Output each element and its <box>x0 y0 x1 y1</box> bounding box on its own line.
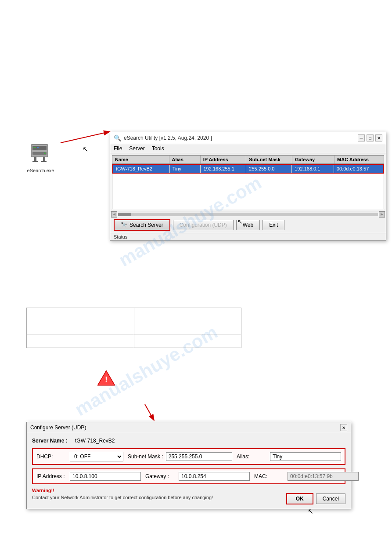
col-name: Name <box>112 156 169 163</box>
svg-rect-9 <box>32 161 38 162</box>
minimize-button[interactable]: ─ <box>358 134 365 141</box>
main-window: 🔍 eSearch Utility [v1.2.5, Aug.24, 2020 … <box>110 132 386 241</box>
dialog-close-button[interactable]: ✕ <box>340 424 347 431</box>
small-cell-1-2 <box>134 308 241 321</box>
warning-text: Contact your Network Administrator to ge… <box>32 495 213 500</box>
cell-subnet: 255.255.0.0 <box>246 165 292 173</box>
server-name-row: Server Name : tGW-718_RevB2 <box>32 438 345 444</box>
svg-rect-2 <box>32 146 47 150</box>
small-table-row-2 <box>27 321 241 334</box>
svg-rect-3 <box>33 147 36 148</box>
mouse-cursor-ok: ↖ <box>308 507 313 515</box>
svg-rect-4 <box>37 147 39 148</box>
gateway-group: Gateway : <box>145 472 250 481</box>
ip-group: IP Address : <box>36 472 141 481</box>
cell-name: tGW-718_RevB2 <box>113 165 170 173</box>
small-cell-2-2 <box>134 321 241 334</box>
window-title-icon: 🔍 <box>114 134 121 141</box>
table-header: Name Alias IP Address Sub-net Mask Gatew… <box>112 156 384 164</box>
window-controls: ─ □ ✕ <box>358 134 382 141</box>
window-toolbar: 🔭 Search Server Configuration (UDP) Web … <box>110 217 386 233</box>
small-table-row-1 <box>27 308 241 321</box>
configure-dialog: Configure Server (UDP) ✕ Server Name : t… <box>26 422 351 509</box>
cell-ip: 192.168.255.1 <box>201 165 246 173</box>
table-row[interactable]: tGW-718_RevB2 Tiny 192.168.255.1 255.255… <box>112 164 384 174</box>
warning-title: Warning!! <box>32 488 213 493</box>
close-button[interactable]: ✕ <box>375 134 382 141</box>
scroll-left[interactable]: ◀ <box>111 211 117 218</box>
col-subnet: Sub-net Mask <box>246 156 292 163</box>
cell-gateway: 192.168.0.1 <box>292 165 334 173</box>
exit-label: Exit <box>269 222 278 228</box>
window-titlebar: 🔍 eSearch Utility [v1.2.5, Aug.24, 2020 … <box>110 132 386 144</box>
exit-button[interactable]: Exit <box>263 220 284 230</box>
svg-point-6 <box>44 152 46 154</box>
device-icon <box>26 141 55 165</box>
subnet-input[interactable] <box>166 452 232 461</box>
ok-button[interactable]: OK <box>286 493 313 504</box>
col-alias: Alias <box>169 156 201 163</box>
dhcp-label: DHCP: <box>36 453 67 460</box>
arrow-cursor-table: ↖ <box>237 218 243 225</box>
subnet-label: Sub-net Mask : <box>128 453 163 460</box>
window-menubar: File Server Tools <box>110 144 386 153</box>
gateway-input[interactable] <box>179 472 250 481</box>
ip-label: IP Address : <box>36 473 67 479</box>
search-server-icon: 🔭 <box>121 222 127 228</box>
svg-rect-10 <box>41 161 47 162</box>
mac-input <box>288 472 359 481</box>
scroll-thumb[interactable] <box>118 213 131 216</box>
gateway-label: Gateway : <box>145 473 176 479</box>
mouse-cursor-icon: ↖ <box>83 145 88 153</box>
warning-triangle-icon: ! <box>97 369 116 387</box>
search-server-label: Search Server <box>129 222 163 228</box>
search-server-button[interactable]: 🔭 Search Server <box>114 219 170 231</box>
web-label: Web <box>243 222 253 228</box>
menu-server[interactable]: Server <box>129 145 144 152</box>
col-gateway: Gateway <box>292 156 334 163</box>
configuration-udp-button[interactable]: Configuration (UDP) <box>173 220 234 230</box>
col-ip: IP Address <box>201 156 247 163</box>
esearch-icon-area: eSearch.exe <box>26 141 55 173</box>
maximize-button[interactable]: □ <box>367 134 374 141</box>
alias-input[interactable] <box>270 452 341 461</box>
small-table-row-3 <box>27 334 241 348</box>
horizontal-scrollbar[interactable]: ◀ ▶ <box>110 211 386 217</box>
mac-group: MAC: <box>254 472 359 481</box>
mac-label: MAC: <box>254 473 285 479</box>
alias-label: Alias: <box>237 453 267 460</box>
menu-file[interactable]: File <box>114 145 122 152</box>
dialog-fields-row-2: IP Address : Gateway : MAC: <box>32 468 345 484</box>
dhcp-select[interactable]: 0: OFF 1: ON <box>70 452 123 461</box>
dhcp-group: DHCP: 0: OFF 1: ON <box>36 452 123 461</box>
dialog-titlebar: Configure Server (UDP) ✕ <box>27 422 351 433</box>
col-mac: MAC Address <box>334 156 384 163</box>
window-title-text: eSearch Utility [v1.2.5, Aug.24, 2020 ] <box>124 135 212 141</box>
alias-group: Alias: <box>237 452 341 461</box>
scroll-right[interactable]: ▶ <box>379 211 385 218</box>
table-empty-area <box>112 174 384 209</box>
small-cell-3-2 <box>134 334 241 348</box>
dialog-buttons: OK Cancel <box>286 493 345 504</box>
middle-section <box>26 308 241 348</box>
small-table <box>26 308 241 348</box>
cell-alias: Tiny <box>170 165 201 173</box>
ip-input[interactable] <box>70 472 141 481</box>
svg-line-15 <box>145 404 154 420</box>
cell-mac: 00:0d:e0:13:57 <box>334 165 383 173</box>
warning-section: Warning!! Contact your Network Administr… <box>32 488 213 504</box>
esearch-label: eSearch.exe <box>26 168 55 173</box>
server-name-value: tGW-718_RevB2 <box>75 438 115 444</box>
dialog-fields-row: DHCP: 0: OFF 1: ON Sub-net Mask : Alias: <box>32 448 345 465</box>
dialog-body: Server Name : tGW-718_RevB2 DHCP: 0: OFF… <box>27 433 351 509</box>
warning-area: ! <box>97 369 116 388</box>
subnet-group: Sub-net Mask : <box>128 452 232 461</box>
window-title: 🔍 eSearch Utility [v1.2.5, Aug.24, 2020 … <box>114 134 212 141</box>
small-cell-2-1 <box>27 321 134 334</box>
menu-tools[interactable]: Tools <box>152 145 164 152</box>
small-cell-1-1 <box>27 308 134 321</box>
dialog-footer: Warning!! Contact your Network Administr… <box>32 488 345 504</box>
cancel-button[interactable]: Cancel <box>316 493 345 504</box>
config-label: Configuration (UDP) <box>180 222 227 228</box>
server-table: Name Alias IP Address Sub-net Mask Gatew… <box>112 155 384 209</box>
